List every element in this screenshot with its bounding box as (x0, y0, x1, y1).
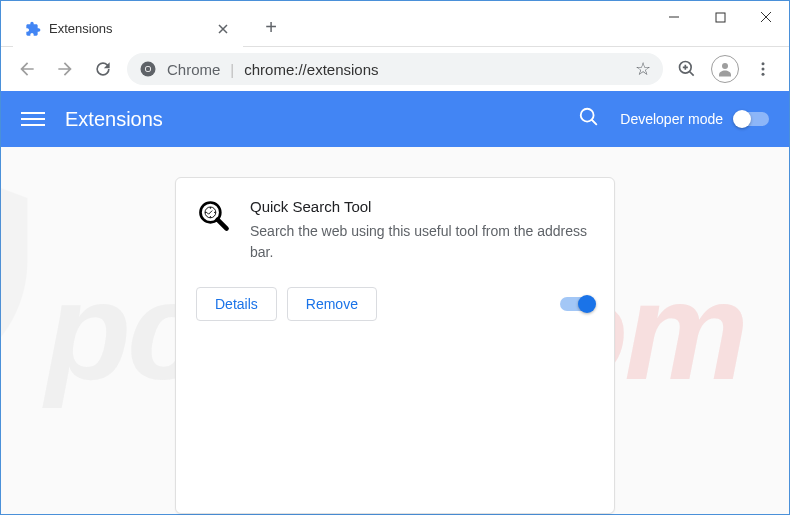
reload-button[interactable] (89, 55, 117, 83)
url-prefix: Chrome (167, 61, 220, 78)
new-tab-button[interactable]: + (257, 14, 285, 42)
card-top: Quick Search Tool Search the web using t… (196, 198, 594, 263)
card-body: Quick Search Tool Search the web using t… (250, 198, 594, 263)
menu-icon[interactable] (21, 107, 45, 131)
remove-button[interactable]: Remove (287, 287, 377, 321)
content-area: pcrisk.com Quick Search Tool Search the … (1, 147, 789, 514)
zoom-icon[interactable] (673, 55, 701, 83)
maximize-button[interactable] (697, 1, 743, 33)
minimize-button[interactable] (651, 1, 697, 33)
chrome-icon (139, 60, 157, 78)
svg-point-6 (762, 62, 765, 65)
profile-avatar[interactable] (711, 55, 739, 83)
tab-title: Extensions (49, 21, 207, 36)
toggle-knob (578, 295, 596, 313)
titlebar: Extensions + (1, 1, 789, 47)
svg-point-3 (146, 67, 151, 72)
extension-icon (196, 198, 232, 234)
extensions-header: Extensions Developer mode (1, 91, 789, 147)
details-button[interactable]: Details (196, 287, 277, 321)
search-icon[interactable] (578, 106, 600, 132)
svg-point-8 (762, 73, 765, 76)
card-actions: Details Remove (196, 287, 594, 321)
svg-point-5 (722, 63, 728, 69)
menu-button[interactable] (749, 55, 777, 83)
toolbar: Chrome | chrome://extensions ☆ (1, 47, 789, 91)
extension-name: Quick Search Tool (250, 198, 594, 215)
url-text: chrome://extensions (244, 61, 625, 78)
forward-button[interactable] (51, 55, 79, 83)
toggle-knob (733, 110, 751, 128)
window-controls (651, 1, 789, 33)
extension-enable-toggle[interactable] (560, 297, 594, 311)
developer-mode-label: Developer mode (620, 111, 723, 127)
close-window-button[interactable] (743, 1, 789, 33)
svg-point-7 (762, 68, 765, 71)
close-tab-button[interactable] (215, 21, 231, 37)
page-title: Extensions (65, 108, 578, 131)
url-divider: | (230, 61, 234, 78)
back-button[interactable] (13, 55, 41, 83)
browser-tab[interactable]: Extensions (13, 11, 243, 47)
bookmark-star-icon[interactable]: ☆ (635, 58, 651, 80)
address-bar[interactable]: Chrome | chrome://extensions ☆ (127, 53, 663, 85)
extension-card: Quick Search Tool Search the web using t… (175, 177, 615, 514)
browser-window: Extensions + (0, 0, 790, 515)
extension-description: Search the web using this useful tool fr… (250, 221, 594, 263)
puzzle-icon (25, 21, 41, 37)
svg-rect-0 (716, 13, 725, 22)
shield-icon (0, 160, 45, 380)
developer-mode-toggle[interactable] (735, 112, 769, 126)
